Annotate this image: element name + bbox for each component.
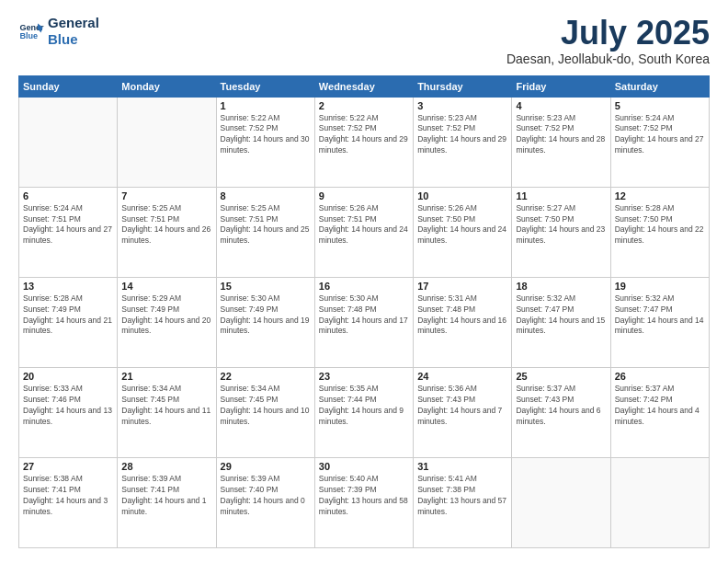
day-number: 8 — [221, 190, 311, 201]
calendar-table: SundayMondayTuesdayWednesdayThursdayFrid… — [18, 75, 710, 548]
day-cell: 4Sunrise: 5:23 AMSunset: 7:52 PMDaylight… — [512, 97, 610, 187]
day-detail: Sunrise: 5:36 AMSunset: 7:43 PMDaylight:… — [417, 384, 507, 428]
day-detail: Sunrise: 5:26 AMSunset: 7:51 PMDaylight:… — [319, 203, 409, 247]
weekday-monday: Monday — [118, 75, 216, 97]
day-number: 19 — [615, 281, 705, 292]
day-cell: 21Sunrise: 5:34 AMSunset: 7:45 PMDayligh… — [118, 367, 216, 457]
day-number: 20 — [23, 371, 113, 382]
day-cell: 8Sunrise: 5:25 AMSunset: 7:51 PMDaylight… — [216, 187, 314, 277]
day-detail: Sunrise: 5:22 AMSunset: 7:52 PMDaylight:… — [221, 113, 311, 157]
day-number: 18 — [516, 281, 606, 292]
header: General Blue General Blue July 2025 Daes… — [18, 15, 710, 66]
day-cell: 23Sunrise: 5:35 AMSunset: 7:44 PMDayligh… — [314, 367, 413, 457]
day-cell: 3Sunrise: 5:23 AMSunset: 7:52 PMDaylight… — [414, 97, 512, 187]
day-cell: 15Sunrise: 5:30 AMSunset: 7:49 PMDayligh… — [216, 277, 314, 367]
day-detail: Sunrise: 5:27 AMSunset: 7:50 PMDaylight:… — [516, 203, 606, 247]
weekday-sunday: Sunday — [19, 75, 118, 97]
day-detail: Sunrise: 5:24 AMSunset: 7:51 PMDaylight:… — [23, 203, 113, 247]
day-number: 14 — [121, 281, 211, 292]
day-detail: Sunrise: 5:32 AMSunset: 7:47 PMDaylight:… — [615, 293, 705, 338]
day-cell: 25Sunrise: 5:37 AMSunset: 7:43 PMDayligh… — [512, 367, 610, 457]
day-number: 31 — [417, 461, 507, 472]
title-area: July 2025 Daesan, Jeollabuk-do, South Ko… — [506, 15, 710, 66]
day-detail: Sunrise: 5:28 AMSunset: 7:49 PMDaylight:… — [23, 293, 113, 338]
day-number: 5 — [615, 100, 705, 111]
logo-icon: General Blue — [18, 18, 44, 44]
week-row-3: 13Sunrise: 5:28 AMSunset: 7:49 PMDayligh… — [19, 277, 710, 367]
day-detail: Sunrise: 5:41 AMSunset: 7:38 PMDaylight:… — [417, 474, 507, 518]
day-detail: Sunrise: 5:26 AMSunset: 7:50 PMDaylight:… — [417, 203, 507, 247]
day-cell: 31Sunrise: 5:41 AMSunset: 7:38 PMDayligh… — [414, 457, 512, 547]
day-number: 15 — [221, 281, 311, 292]
day-number: 30 — [319, 461, 409, 472]
day-detail: Sunrise: 5:34 AMSunset: 7:45 PMDaylight:… — [121, 384, 211, 428]
day-cell: 16Sunrise: 5:30 AMSunset: 7:48 PMDayligh… — [314, 277, 413, 367]
day-detail: Sunrise: 5:37 AMSunset: 7:42 PMDaylight:… — [615, 384, 705, 428]
day-number: 4 — [516, 100, 606, 111]
page: General Blue General Blue July 2025 Daes… — [0, 0, 728, 563]
day-number: 7 — [121, 190, 211, 201]
day-detail: Sunrise: 5:30 AMSunset: 7:49 PMDaylight:… — [221, 293, 311, 338]
week-row-1: 1Sunrise: 5:22 AMSunset: 7:52 PMDaylight… — [19, 97, 710, 187]
day-number: 22 — [221, 371, 311, 382]
day-cell: 10Sunrise: 5:26 AMSunset: 7:50 PMDayligh… — [414, 187, 512, 277]
week-row-2: 6Sunrise: 5:24 AMSunset: 7:51 PMDaylight… — [19, 187, 710, 277]
day-cell — [118, 97, 216, 187]
day-number: 12 — [615, 190, 705, 201]
week-row-4: 20Sunrise: 5:33 AMSunset: 7:46 PMDayligh… — [19, 367, 710, 457]
day-number: 2 — [319, 100, 409, 111]
day-detail: Sunrise: 5:39 AMSunset: 7:40 PMDaylight:… — [221, 474, 311, 518]
day-cell: 30Sunrise: 5:40 AMSunset: 7:39 PMDayligh… — [314, 457, 413, 547]
day-cell: 24Sunrise: 5:36 AMSunset: 7:43 PMDayligh… — [414, 367, 512, 457]
logo: General Blue General Blue — [18, 15, 99, 48]
weekday-friday: Friday — [512, 75, 610, 97]
month-title: July 2025 — [506, 15, 710, 52]
week-row-5: 27Sunrise: 5:38 AMSunset: 7:41 PMDayligh… — [19, 457, 710, 547]
day-detail: Sunrise: 5:38 AMSunset: 7:41 PMDaylight:… — [23, 474, 113, 518]
day-detail: Sunrise: 5:24 AMSunset: 7:52 PMDaylight:… — [615, 113, 705, 157]
logo-blue: Blue — [48, 31, 99, 48]
day-detail: Sunrise: 5:25 AMSunset: 7:51 PMDaylight:… — [221, 203, 311, 247]
day-cell: 12Sunrise: 5:28 AMSunset: 7:50 PMDayligh… — [610, 187, 709, 277]
day-number: 25 — [516, 371, 606, 382]
day-cell: 5Sunrise: 5:24 AMSunset: 7:52 PMDaylight… — [610, 97, 709, 187]
day-detail: Sunrise: 5:39 AMSunset: 7:41 PMDaylight:… — [121, 474, 211, 518]
weekday-thursday: Thursday — [414, 75, 512, 97]
day-number: 27 — [23, 461, 113, 472]
day-number: 6 — [23, 190, 113, 201]
day-number: 26 — [615, 371, 705, 382]
day-detail: Sunrise: 5:31 AMSunset: 7:48 PMDaylight:… — [417, 293, 507, 338]
day-number: 9 — [319, 190, 409, 201]
day-number: 29 — [221, 461, 311, 472]
day-detail: Sunrise: 5:25 AMSunset: 7:51 PMDaylight:… — [121, 203, 211, 247]
day-detail: Sunrise: 5:32 AMSunset: 7:47 PMDaylight:… — [516, 293, 606, 338]
day-detail: Sunrise: 5:23 AMSunset: 7:52 PMDaylight:… — [516, 113, 606, 157]
weekday-header-row: SundayMondayTuesdayWednesdayThursdayFrid… — [19, 75, 710, 97]
day-detail: Sunrise: 5:29 AMSunset: 7:49 PMDaylight:… — [121, 293, 211, 338]
day-cell — [512, 457, 610, 547]
day-cell: 11Sunrise: 5:27 AMSunset: 7:50 PMDayligh… — [512, 187, 610, 277]
day-cell: 17Sunrise: 5:31 AMSunset: 7:48 PMDayligh… — [414, 277, 512, 367]
day-cell: 2Sunrise: 5:22 AMSunset: 7:52 PMDaylight… — [314, 97, 413, 187]
day-cell: 14Sunrise: 5:29 AMSunset: 7:49 PMDayligh… — [118, 277, 216, 367]
day-cell: 18Sunrise: 5:32 AMSunset: 7:47 PMDayligh… — [512, 277, 610, 367]
day-number: 11 — [516, 190, 606, 201]
day-number: 21 — [121, 371, 211, 382]
day-cell — [19, 97, 118, 187]
day-cell: 6Sunrise: 5:24 AMSunset: 7:51 PMDaylight… — [19, 187, 118, 277]
svg-text:Blue: Blue — [19, 31, 38, 40]
day-detail: Sunrise: 5:33 AMSunset: 7:46 PMDaylight:… — [23, 384, 113, 428]
day-detail: Sunrise: 5:30 AMSunset: 7:48 PMDaylight:… — [319, 293, 409, 338]
day-number: 16 — [319, 281, 409, 292]
day-number: 13 — [23, 281, 113, 292]
day-number: 3 — [417, 100, 507, 111]
weekday-tuesday: Tuesday — [216, 75, 314, 97]
day-cell: 19Sunrise: 5:32 AMSunset: 7:47 PMDayligh… — [610, 277, 709, 367]
day-number: 1 — [221, 100, 311, 111]
day-detail: Sunrise: 5:28 AMSunset: 7:50 PMDaylight:… — [615, 203, 705, 247]
day-detail: Sunrise: 5:23 AMSunset: 7:52 PMDaylight:… — [417, 113, 507, 157]
day-cell: 9Sunrise: 5:26 AMSunset: 7:51 PMDaylight… — [314, 187, 413, 277]
weekday-wednesday: Wednesday — [314, 75, 413, 97]
day-detail: Sunrise: 5:40 AMSunset: 7:39 PMDaylight:… — [319, 474, 409, 518]
day-cell: 20Sunrise: 5:33 AMSunset: 7:46 PMDayligh… — [19, 367, 118, 457]
